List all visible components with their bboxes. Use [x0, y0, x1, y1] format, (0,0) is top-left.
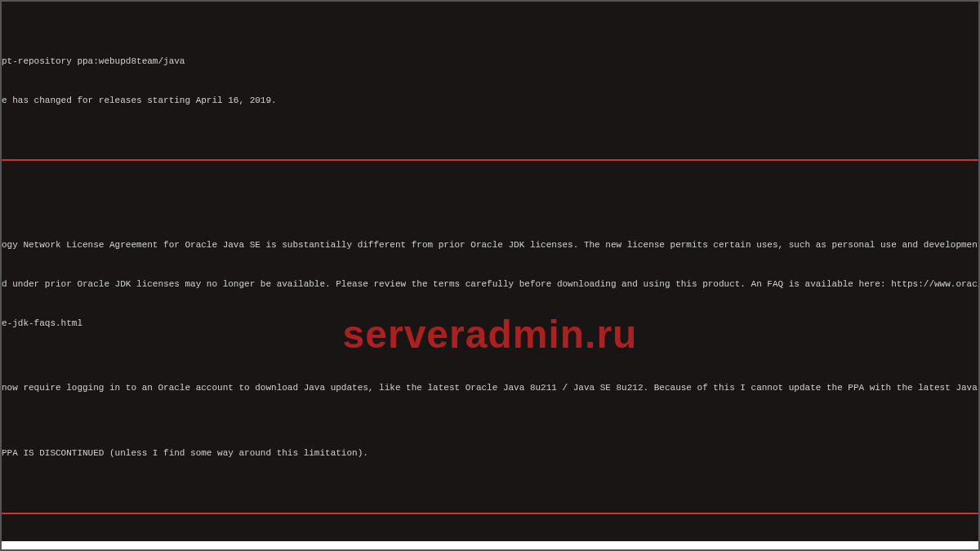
terminal-line: now require logging in to an Oracle acco…: [2, 382, 978, 395]
separator-line: [2, 513, 978, 514]
terminal-line: pt-repository ppa:webupd8team/java: [2, 56, 978, 69]
terminal-line: PPA IS DISCONTINUED (unless I find some …: [2, 447, 978, 460]
terminal-line: d under prior Oracle JDK licenses may no…: [2, 278, 978, 291]
terminal-line: ogy Network License Agreement for Oracle…: [2, 239, 978, 252]
terminal-line: e-jdk-faqs.html: [2, 318, 978, 331]
terminal-section-1: pt-repository ppa:webupd8team/java e has…: [2, 29, 978, 134]
bottom-bar: [2, 541, 978, 549]
separator-line: [2, 159, 978, 161]
terminal-output[interactable]: pt-repository ppa:webupd8team/java e has…: [2, 2, 978, 551]
terminal-line: e has changed for releases starting Apri…: [2, 95, 978, 108]
terminal-section-2: ogy Network License Agreement for Oracle…: [2, 187, 978, 487]
